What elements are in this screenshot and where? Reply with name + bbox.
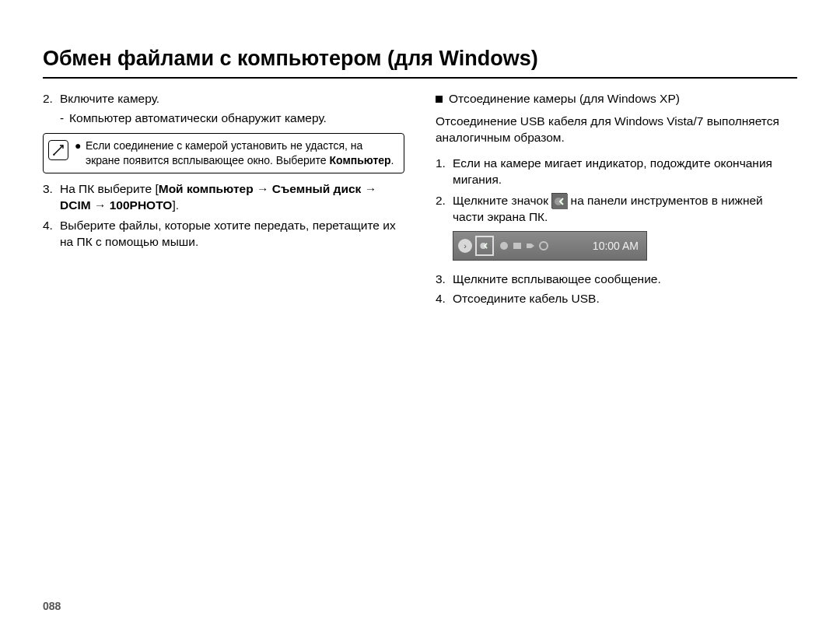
step-number: 1. (436, 156, 453, 188)
right-step-4: 4. Отсоедините кабель USB. (436, 291, 797, 307)
step3-suffix: ]. (172, 198, 179, 212)
left-column: 2. Включите камеру. - Компьютер автомати… (43, 91, 404, 310)
note-bold: Компьютер (329, 154, 390, 166)
taskbar-eject-icon (475, 236, 494, 256)
svg-point-3 (500, 242, 508, 250)
step3-prefix: На ПК выберите [ (60, 182, 159, 195)
step2-before: Щелкните значок (453, 194, 548, 207)
note-box: ● Если соединение с камерой установить н… (43, 133, 404, 173)
left-step-4: 4. Выберите файлы, которые хотите переда… (43, 218, 404, 250)
step-number: 2. (436, 193, 453, 226)
note-line: Если соединение с камерой установить не … (86, 139, 362, 166)
step-text: Если на камере мигает индикатор, подожди… (453, 156, 797, 188)
tray-icon (525, 240, 536, 251)
note-period: . (391, 154, 394, 166)
step-text: Щелкните всплывающее сообщение. (453, 271, 797, 288)
step-text: Отсоедините кабель USB. (453, 291, 797, 307)
step-number: 3. (43, 181, 60, 214)
safely-remove-icon (551, 193, 567, 208)
bullet-dot: ● (75, 138, 86, 168)
step-number: 4. (436, 291, 453, 307)
right-step-3: 3. Щелкните всплывающее сообщение. (436, 271, 797, 288)
tray-icon (512, 240, 523, 251)
step-text: Включите камеру. (60, 91, 404, 107)
content-columns: 2. Включите камеру. - Компьютер автомати… (43, 91, 797, 310)
step-text: Щелкните значок на панели инструментов в… (453, 193, 797, 226)
step-number: 4. (43, 218, 60, 250)
right-subheading: Отсоединение камеры (для Windows XP) (436, 91, 797, 107)
left-step-3: 3. На ПК выберите [Мой компьютер → Съемн… (43, 181, 404, 214)
taskbar-expand-icon: › (458, 239, 472, 253)
tray-icon (499, 240, 509, 251)
svg-point-2 (480, 243, 486, 249)
step-number: 3. (436, 271, 453, 288)
left-step-2: 2. Включите камеру. (43, 91, 404, 107)
svg-point-6 (540, 242, 548, 250)
tray-icon (538, 240, 549, 251)
left-step-2-sub: - Компьютер автоматически обнаружит каме… (60, 110, 404, 127)
step-number: 2. (43, 91, 60, 107)
note-text: Если соединение с камерой установить не … (86, 138, 397, 168)
taskbar-image: › 10:00 AM (453, 231, 647, 261)
dash-marker: - (60, 110, 69, 127)
right-intro-paragraph: Отсоединение USB кабеля для Windows Vist… (436, 114, 797, 146)
step-text: Выберите файлы, которые хотите передать,… (60, 218, 404, 250)
page-number: 088 (43, 600, 61, 612)
step-text: На ПК выберите [Мой компьютер → Съемный … (60, 181, 404, 214)
svg-marker-5 (527, 243, 534, 248)
square-bullet-icon (436, 96, 443, 103)
right-step-2: 2. Щелкните значок на панели инструменто… (436, 193, 797, 226)
svg-point-1 (555, 198, 562, 205)
note-bullet: ● Если соединение с камерой установить н… (75, 138, 397, 168)
sub-text: Компьютер автоматически обнаружит камеру… (69, 110, 327, 127)
note-icon (48, 140, 68, 160)
subheading-text: Отсоединение камеры (для Windows XP) (449, 91, 680, 107)
taskbar-tray-icons (497, 240, 549, 251)
taskbar-time: 10:00 AM (593, 239, 639, 254)
svg-rect-4 (513, 243, 521, 249)
page-title: Обмен файлами с компьютером (для Windows… (43, 47, 797, 79)
right-column: Отсоединение камеры (для Windows XP) Отс… (436, 91, 797, 310)
right-step-1: 1. Если на камере мигает индикатор, подо… (436, 156, 797, 188)
